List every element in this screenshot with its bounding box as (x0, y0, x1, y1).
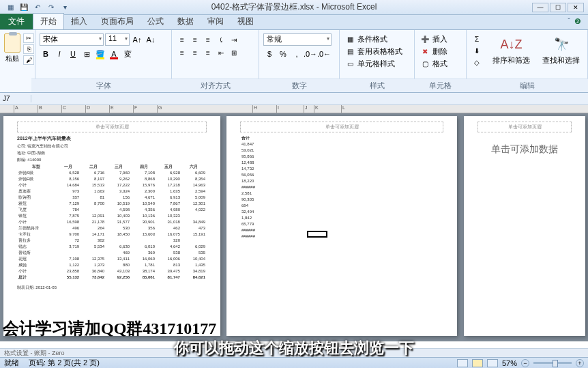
bold-button[interactable]: B (40, 48, 52, 60)
page-2[interactable]: 单击可添加页眉 合计41,84753,02195,86612,48814,732… (226, 116, 457, 336)
border-icon[interactable]: ⊞ (80, 48, 93, 60)
align-top-icon[interactable]: ≡ (176, 33, 188, 46)
tab-layout[interactable]: 页面布局 (94, 14, 141, 29)
zoom-percent[interactable]: 57% (502, 359, 517, 367)
title-bar: ▦ 💾 ↶ ↷ ▾ 0402-格式字体背景边框.xlsx - Microsoft… (0, 0, 588, 15)
group-number-label: 数字 (255, 79, 343, 92)
fill-down-icon: ⬇ (472, 46, 482, 55)
phonetic-icon[interactable]: 変 (121, 48, 134, 60)
align-left-icon[interactable]: ≡ (176, 46, 188, 59)
page-3[interactable]: 单击可添加页眉 单击可添加数据 (464, 116, 585, 336)
insert-icon: ➕ (420, 35, 430, 44)
cond-format-icon: ▦ (345, 35, 355, 44)
insert-cells-button[interactable]: ➕插入 (419, 33, 449, 45)
page-layout-preview[interactable]: ABCDEFGHIJKL 单击可添加页眉 2012年上半年汽车销量表 公司: 锐… (0, 105, 588, 341)
align-right-icon[interactable]: ≡ (202, 46, 214, 59)
dec-decimal-icon[interactable]: .0← (318, 48, 330, 60)
table-format-button[interactable]: ▤套用表格格式 (344, 46, 404, 57)
format-cells-button[interactable]: ▢格式 (419, 58, 449, 70)
add-data-hint[interactable]: 单击可添加数据 (464, 143, 585, 156)
tab-home[interactable]: 开始 (33, 13, 64, 29)
underline-button[interactable]: U (67, 48, 79, 60)
tab-insert[interactable]: 插入 (64, 14, 94, 29)
currency-icon[interactable]: $ (263, 48, 276, 60)
tab-view[interactable]: 视图 (231, 14, 261, 29)
orientation-icon[interactable]: ⤹ (215, 33, 227, 46)
wrap-text-icon[interactable]: ⇥ (228, 33, 240, 46)
cell-style-icon: ▭ (345, 59, 355, 69)
font-color-icon[interactable]: A (108, 48, 120, 60)
format-painter-icon[interactable]: 🖌 (23, 55, 34, 65)
zoom-in-button[interactable]: + (576, 359, 584, 367)
format-icon: ▢ (420, 59, 430, 69)
inc-decimal-icon[interactable]: .0→ (304, 48, 317, 60)
status-bar: 就绪 页码: 第 2 页(共 2 页) 57% − + (0, 357, 588, 368)
fill-color-icon[interactable]: 🪣 (94, 48, 106, 60)
help-icon[interactable]: ❷ (574, 17, 581, 26)
font-name-select[interactable]: 宋体 (40, 33, 104, 46)
header-placeholder[interactable]: 单击可添加页眉 (477, 122, 572, 132)
fill-button[interactable]: ⬇ (471, 45, 483, 56)
undo-icon[interactable]: ↶ (33, 3, 42, 12)
merge-icon[interactable]: ⊞ (228, 46, 240, 59)
group-clipboard: 粘贴 ✂ ⎘ 🖌 (0, 30, 35, 92)
normal-view-button[interactable] (457, 359, 468, 367)
formula-bar-row: J7 (0, 93, 588, 105)
page-1[interactable]: 单击可添加页眉 2012年上半年汽车销量表 公司: 锐克汽车销售有限公司 地址:… (3, 116, 220, 336)
decrease-font-icon[interactable]: A↓ (145, 33, 157, 46)
comma-icon[interactable]: , (291, 48, 303, 60)
group-cells: ➕插入 ✖删除 ▢格式 单元格 (415, 30, 467, 92)
paste-icon[interactable] (4, 33, 20, 53)
report-table: 2012年上半年汽车销量表 公司: 锐克汽车销售有限公司 地址: 中国-湖南 邮… (17, 135, 207, 291)
maximize-button[interactable]: ☐ (550, 3, 566, 12)
indent-dec-icon[interactable]: ⇤ (215, 46, 227, 59)
cut-icon[interactable]: ✂ (23, 33, 34, 43)
header-placeholder[interactable]: 单击可添加页眉 (240, 122, 443, 132)
name-box[interactable]: J7 (0, 95, 31, 102)
number-format-select[interactable]: 常规 (263, 33, 332, 46)
summary-table: 合计41,84753,02195,86612,48814,73256,05618… (240, 135, 443, 240)
eraser-icon: ◇ (472, 57, 482, 67)
sort-filter-button[interactable]: A↓Z 排序和筛选 (490, 33, 533, 67)
delete-cells-button[interactable]: ✖删除 (419, 46, 449, 57)
qat-dropdown-icon[interactable]: ▾ (60, 3, 70, 12)
tab-data[interactable]: 数据 (171, 14, 201, 29)
tab-formulas[interactable]: 公式 (141, 14, 171, 29)
clear-button[interactable]: ◇ (471, 57, 483, 68)
file-tab[interactable]: 文件 (0, 14, 33, 29)
font-size-select[interactable]: 11 (105, 33, 130, 46)
close-button[interactable]: ✕ (568, 3, 584, 12)
minimize-button[interactable]: — (532, 3, 548, 12)
conditional-format-button[interactable]: ▦条件格式 (344, 33, 404, 45)
increase-font-icon[interactable]: A↑ (131, 33, 143, 46)
zoom-slider[interactable] (533, 362, 572, 364)
page-layout-view-button[interactable] (472, 359, 483, 367)
group-align: ≡ ≡ ≡ ⤹ ⇥ ≡ ≡ ≡ ⇤ ⊞ 对齐方式 (172, 30, 259, 92)
group-font-label: 字体 (31, 79, 175, 92)
group-font: 宋体 11 A↑ A↓ B I U ⊞ 🪣 A 変 字体 (35, 30, 172, 92)
minimize-ribbon-icon[interactable]: ˇ (568, 17, 570, 26)
percent-icon[interactable]: % (277, 48, 289, 60)
active-cell[interactable] (307, 231, 327, 238)
redo-icon[interactable]: ↷ (46, 3, 56, 12)
italic-button[interactable]: I (53, 48, 65, 60)
cell-style-button[interactable]: ▭单元格样式 (344, 58, 404, 70)
zoom-out-button[interactable]: − (521, 359, 529, 367)
status-ready: 就绪 (4, 358, 19, 368)
quick-access-toolbar: ▦ 💾 ↶ ↷ ▾ (0, 3, 70, 12)
header-placeholder[interactable]: 单击可添加页眉 (17, 122, 207, 132)
page-break-view-button[interactable] (487, 359, 498, 367)
horizontal-ruler: ABCDEFGHIJKL (0, 105, 588, 113)
status-page: 页码: 第 2 页(共 2 页) (29, 358, 100, 368)
tab-review[interactable]: 审阅 (201, 14, 231, 29)
group-style-label: 样式 (336, 79, 418, 92)
watermark-text: 会计学习请加QQ群431710177 (3, 317, 216, 339)
save-icon[interactable]: 💾 (19, 3, 29, 12)
align-middle-icon[interactable]: ≡ (189, 33, 201, 46)
find-select-button[interactable]: 🔭 查找和选择 (540, 33, 583, 67)
align-center-icon[interactable]: ≡ (189, 46, 201, 59)
copy-icon[interactable]: ⎘ (23, 44, 34, 54)
subtitle-text: 你可以拖动这个缩放按钮去浏览一下 (174, 338, 414, 358)
autosum-button[interactable]: Σ (471, 33, 483, 44)
align-bottom-icon[interactable]: ≡ (202, 33, 214, 46)
